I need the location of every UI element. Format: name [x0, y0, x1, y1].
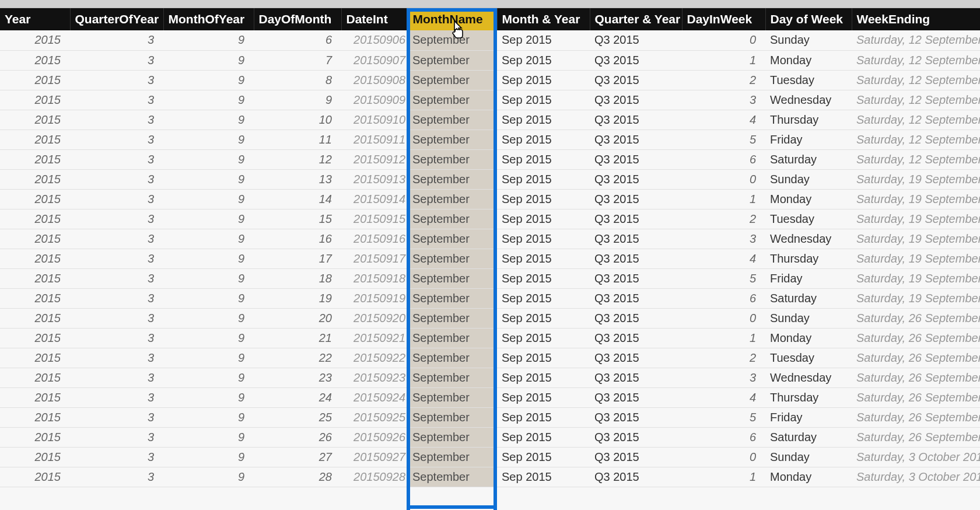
- cell-year[interactable]: 2015: [0, 209, 70, 229]
- cell-dayOfWeek[interactable]: Monday: [765, 189, 852, 209]
- cell-monthOfYear[interactable]: 9: [163, 229, 254, 249]
- cell-quarterOfYear[interactable]: 3: [70, 70, 163, 90]
- cell-dayOfWeek[interactable]: Monday: [765, 467, 852, 487]
- cell-monthYear[interactable]: Sep 2015: [497, 328, 590, 348]
- cell-dayOfMonth[interactable]: 12: [254, 149, 341, 169]
- cell-year[interactable]: 2015: [0, 30, 70, 50]
- cell-year[interactable]: 2015: [0, 348, 70, 368]
- cell-weekEnding[interactable]: Saturday, 12 September 2: [852, 30, 980, 50]
- cell-monthName[interactable]: September: [408, 169, 497, 189]
- cell-monthYear[interactable]: Sep 2015: [497, 30, 590, 50]
- cell-dayOfWeek[interactable]: Monday: [765, 328, 852, 348]
- cell-monthYear[interactable]: Sep 2015: [497, 447, 590, 467]
- cell-dayOfMonth[interactable]: 17: [254, 249, 341, 268]
- cell-quarterYear[interactable]: Q3 2015: [590, 427, 682, 447]
- cell-quarterYear[interactable]: Q3 2015: [590, 130, 682, 149]
- cell-dayOfWeek[interactable]: Sunday: [765, 30, 852, 50]
- cell-monthName[interactable]: September: [408, 348, 497, 368]
- table-row[interactable]: 2015392220150922SeptemberSep 2015Q3 2015…: [0, 348, 980, 368]
- cell-monthYear[interactable]: Sep 2015: [497, 169, 590, 189]
- cell-quarterOfYear[interactable]: 3: [70, 169, 163, 189]
- cell-dayOfMonth[interactable]: 16: [254, 229, 341, 249]
- cell-year[interactable]: 2015: [0, 288, 70, 308]
- cell-quarterOfYear[interactable]: 3: [70, 30, 163, 50]
- cell-dayOfWeek[interactable]: Thursday: [765, 110, 852, 130]
- cell-year[interactable]: 2015: [0, 149, 70, 169]
- table-row[interactable]: 201539620150906SeptemberSep 2015Q3 20150…: [0, 30, 980, 50]
- cell-monthName[interactable]: September: [408, 90, 497, 110]
- cell-quarterYear[interactable]: Q3 2015: [590, 169, 682, 189]
- table-row[interactable]: 201539820150908SeptemberSep 2015Q3 20152…: [0, 70, 980, 90]
- cell-dayOfWeek[interactable]: Wednesday: [765, 229, 852, 249]
- cell-dateInt[interactable]: 20150914: [341, 189, 408, 209]
- cell-monthOfYear[interactable]: 9: [163, 209, 254, 229]
- cell-monthYear[interactable]: Sep 2015: [497, 288, 590, 308]
- table-row[interactable]: 2015391320150913SeptemberSep 2015Q3 2015…: [0, 169, 980, 189]
- cell-monthName[interactable]: September: [408, 229, 497, 249]
- cell-quarterOfYear[interactable]: 3: [70, 149, 163, 169]
- cell-dayInWeek[interactable]: 1: [682, 50, 765, 70]
- cell-dateInt[interactable]: 20150925: [341, 407, 408, 427]
- cell-dateInt[interactable]: 20150911: [341, 130, 408, 149]
- cell-dateInt[interactable]: 20150919: [341, 288, 408, 308]
- cell-quarterYear[interactable]: Q3 2015: [590, 328, 682, 348]
- cell-monthYear[interactable]: Sep 2015: [497, 427, 590, 447]
- cell-dayInWeek[interactable]: 3: [682, 229, 765, 249]
- cell-monthYear[interactable]: Sep 2015: [497, 387, 590, 407]
- cell-dayInWeek[interactable]: 4: [682, 387, 765, 407]
- cell-monthYear[interactable]: Sep 2015: [497, 130, 590, 149]
- cell-weekEnding[interactable]: Saturday, 3 October 2015: [852, 467, 980, 487]
- cell-dayOfMonth[interactable]: 27: [254, 447, 341, 467]
- column-header-dayOfMonth[interactable]: DayOfMonth: [254, 8, 341, 30]
- table-row[interactable]: 2015392820150928SeptemberSep 2015Q3 2015…: [0, 467, 980, 487]
- table-row[interactable]: 2015391520150915SeptemberSep 2015Q3 2015…: [0, 209, 980, 229]
- cell-dayInWeek[interactable]: 0: [682, 30, 765, 50]
- cell-dateInt[interactable]: 20150912: [341, 149, 408, 169]
- cell-year[interactable]: 2015: [0, 70, 70, 90]
- cell-quarterYear[interactable]: Q3 2015: [590, 467, 682, 487]
- cell-dateInt[interactable]: 20150906: [341, 30, 408, 50]
- cell-monthName[interactable]: September: [408, 249, 497, 268]
- cell-dayOfMonth[interactable]: 13: [254, 169, 341, 189]
- column-header-dateInt[interactable]: DateInt: [341, 8, 408, 30]
- cell-year[interactable]: 2015: [0, 229, 70, 249]
- cell-dateInt[interactable]: 20150915: [341, 209, 408, 229]
- cell-monthOfYear[interactable]: 9: [163, 70, 254, 90]
- cell-quarterOfYear[interactable]: 3: [70, 130, 163, 149]
- column-header-year[interactable]: Year: [0, 8, 70, 30]
- cell-year[interactable]: 2015: [0, 387, 70, 407]
- cell-year[interactable]: 2015: [0, 368, 70, 387]
- cell-dayInWeek[interactable]: 0: [682, 169, 765, 189]
- table-row[interactable]: 2015391220150912SeptemberSep 2015Q3 2015…: [0, 149, 980, 169]
- cell-monthOfYear[interactable]: 9: [163, 348, 254, 368]
- cell-quarterOfYear[interactable]: 3: [70, 249, 163, 268]
- cell-monthName[interactable]: September: [408, 447, 497, 467]
- cell-monthName[interactable]: September: [408, 50, 497, 70]
- cell-quarterOfYear[interactable]: 3: [70, 50, 163, 70]
- cell-dayInWeek[interactable]: 6: [682, 149, 765, 169]
- cell-weekEnding[interactable]: Saturday, 12 September 2: [852, 149, 980, 169]
- cell-dateInt[interactable]: 20150927: [341, 447, 408, 467]
- cell-dateInt[interactable]: 20150922: [341, 348, 408, 368]
- cell-monthName[interactable]: September: [408, 189, 497, 209]
- cell-dayOfWeek[interactable]: Saturday: [765, 288, 852, 308]
- cell-year[interactable]: 2015: [0, 110, 70, 130]
- cell-dayOfWeek[interactable]: Friday: [765, 407, 852, 427]
- cell-dayOfWeek[interactable]: Thursday: [765, 387, 852, 407]
- cell-year[interactable]: 2015: [0, 90, 70, 110]
- cell-monthName[interactable]: September: [408, 288, 497, 308]
- cell-weekEnding[interactable]: Saturday, 19 September 2: [852, 169, 980, 189]
- cell-weekEnding[interactable]: Saturday, 19 September 2: [852, 229, 980, 249]
- cell-year[interactable]: 2015: [0, 308, 70, 328]
- cell-dayInWeek[interactable]: 2: [682, 70, 765, 90]
- cell-monthYear[interactable]: Sep 2015: [497, 110, 590, 130]
- cell-monthName[interactable]: September: [408, 387, 497, 407]
- cell-dayOfWeek[interactable]: Saturday: [765, 427, 852, 447]
- cell-monthOfYear[interactable]: 9: [163, 427, 254, 447]
- cell-dayInWeek[interactable]: 1: [682, 189, 765, 209]
- cell-dayOfMonth[interactable]: 21: [254, 328, 341, 348]
- cell-quarterYear[interactable]: Q3 2015: [590, 209, 682, 229]
- cell-quarterYear[interactable]: Q3 2015: [590, 407, 682, 427]
- cell-dayInWeek[interactable]: 0: [682, 308, 765, 328]
- cell-dayOfMonth[interactable]: 20: [254, 308, 341, 328]
